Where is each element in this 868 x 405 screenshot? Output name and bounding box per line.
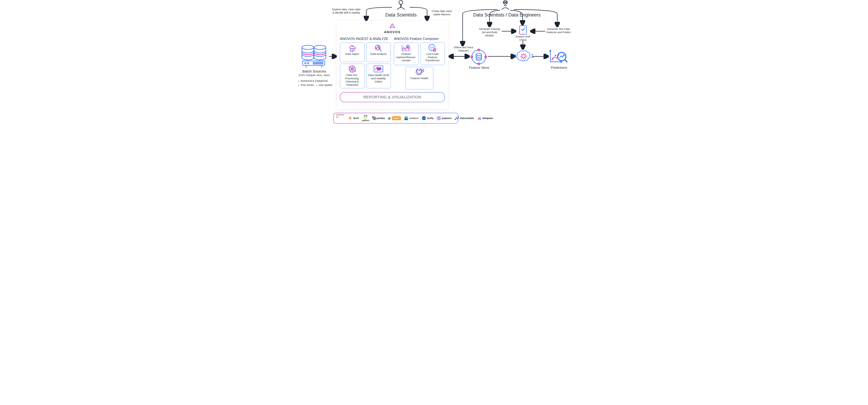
popmon-icon [437, 116, 441, 120]
code-gear-cycle-icon [427, 44, 438, 52]
batch-type-2: Time Series [298, 84, 314, 86]
svg-rect-42 [373, 116, 373, 118]
tile-label: Low-Code Feature Transformer [422, 53, 444, 62]
sklearn-icon [388, 116, 392, 120]
powered-by-strip: powered by Spark python pandas learn [333, 113, 458, 124]
anovos-brand: ANOVOS [340, 30, 445, 34]
svg-point-28 [472, 50, 486, 64]
tool-pandas: pandas [372, 116, 385, 120]
seaborn-icon [404, 116, 408, 120]
gear-refresh-icon [347, 65, 358, 73]
ingest-title: ANOVOS INGEST & ANALYZE [340, 37, 391, 41]
svg-point-54 [457, 118, 458, 119]
ml-brain-icon [516, 50, 532, 64]
tool-spark: Spark [348, 116, 359, 120]
svg-point-0 [399, 1, 403, 4]
stethoscope-heart-icon [414, 68, 425, 76]
tile-data-analysis: Data Analysis [366, 42, 391, 62]
svg-point-5 [523, 33, 523, 34]
predictions-icon [549, 49, 568, 65]
tile-label: Data Ingest [345, 53, 359, 56]
tool-popmon: popmon [437, 116, 452, 120]
annotation-generate-test: Generate Test Data Features and Predict [546, 27, 571, 34]
svg-point-48 [390, 117, 391, 119]
tile-data-ingest: Data Ingest [340, 42, 365, 62]
tile-preprocessing: Data Pre-Processing, Cleaning & Treatmen… [340, 64, 365, 88]
tool-label: popmon [442, 117, 452, 120]
batch-sources-subtitle: (CSV, Parquet, Avro, Json) [298, 73, 331, 77]
tool-label: pandas [376, 117, 385, 120]
anovos-logo-icon [389, 23, 396, 30]
predictions-label: Predictions [549, 66, 569, 70]
tool-label: python [362, 119, 369, 122]
tool-label: datapane [482, 117, 493, 120]
tile-feature-health: Feature Health [405, 67, 433, 89]
svg-point-40 [555, 55, 556, 56]
reporting-bar: REPORTING & VISUALIZATION [340, 92, 445, 102]
svg-point-7 [314, 45, 326, 50]
scipy-icon [422, 116, 426, 120]
magnifier-nodes-icon [373, 44, 384, 52]
svg-point-26 [420, 68, 421, 69]
feature-store-label: Feature Store [469, 66, 490, 70]
role-data-engineers: Data Scientists / Data Engineers [472, 12, 541, 18]
architecture-diagram: Data Scientists Explore data, clean data… [297, 0, 571, 132]
tile-feature-explorer: Feature explorer/Recom- mender [394, 42, 418, 65]
annotation-create-features: Create high value stable features [429, 9, 455, 16]
annotation-feature-drift: Feature Drift Check [514, 35, 532, 42]
heart-monitor-icon [373, 65, 384, 73]
svg-rect-56 [478, 118, 478, 120]
datapane-icon [477, 116, 482, 120]
annotation-explore: Explore data, clean data & identify drif… [332, 8, 361, 14]
tile-label: Data Health (Drift and Stability Index) [368, 73, 390, 83]
powered-by-label: powered by [336, 114, 344, 118]
tool-datapane: datapane [477, 116, 493, 120]
tile-label: Feature explorer/Recom- mender [395, 53, 417, 62]
anovos-card: ANOVOS ANOVOS INGEST & ANALYZE [337, 21, 448, 109]
svg-point-6 [302, 45, 314, 50]
svg-rect-45 [374, 116, 374, 117]
tool-scipy: SciPy [422, 116, 433, 120]
tool-label: SciPy [427, 117, 433, 120]
tool-label: statsmodels [460, 117, 474, 120]
tool-seaborn: seaborn [404, 116, 418, 120]
svg-point-52 [455, 119, 456, 120]
tile-feature-transformer: Low-Code Feature Transformer [420, 42, 445, 65]
tile-label: Data Pre-Processing, Cleaning & Treatmen… [341, 73, 363, 86]
batch-sources-title: Batch Sources [300, 69, 328, 73]
feature-composer-column: ANOVOS Feature Composer Fea [394, 36, 445, 89]
svg-point-25 [417, 68, 418, 69]
feature-store-icon [470, 49, 487, 66]
svg-rect-46 [375, 117, 375, 120]
tile-data-health: Data Health (Drift and Stability Index) [366, 64, 391, 88]
tool-statsmodels: statsmodels [455, 116, 474, 120]
python-icon [363, 115, 368, 119]
tablet-check-icon [519, 25, 527, 36]
compose-title: ANOVOS Feature Composer [394, 37, 445, 41]
svg-point-33 [476, 54, 482, 56]
tool-sklearn: learn [388, 116, 401, 120]
svg-point-55 [458, 117, 459, 117]
tool-python: python [362, 115, 369, 122]
persona-data-scientist-icon [396, 0, 406, 11]
tool-label: learn [392, 116, 401, 120]
role-data-scientists: Data Scientists [382, 12, 420, 18]
cloud-ingest-icon [347, 44, 358, 52]
svg-rect-57 [479, 117, 479, 120]
batch-type-3: Geo Spatial [316, 84, 332, 86]
batch-type-1: Numerical & Categorical [298, 80, 328, 82]
chart-magnify-icon [401, 44, 411, 52]
tile-label: Data Analysis [370, 53, 386, 56]
svg-rect-58 [480, 118, 481, 120]
pandas-icon [372, 116, 376, 120]
persona-data-engineer-icon [500, 0, 511, 11]
tile-label: Feature Health [410, 77, 428, 80]
svg-point-53 [456, 117, 457, 118]
ingest-analyze-column: ANOVOS INGEST & ANALYZE [340, 36, 391, 89]
svg-point-34 [522, 55, 525, 58]
statsmodels-icon [455, 116, 459, 120]
svg-point-51 [438, 117, 440, 119]
svg-point-10 [307, 62, 309, 64]
spark-icon [348, 116, 352, 120]
svg-point-20 [351, 68, 353, 69]
